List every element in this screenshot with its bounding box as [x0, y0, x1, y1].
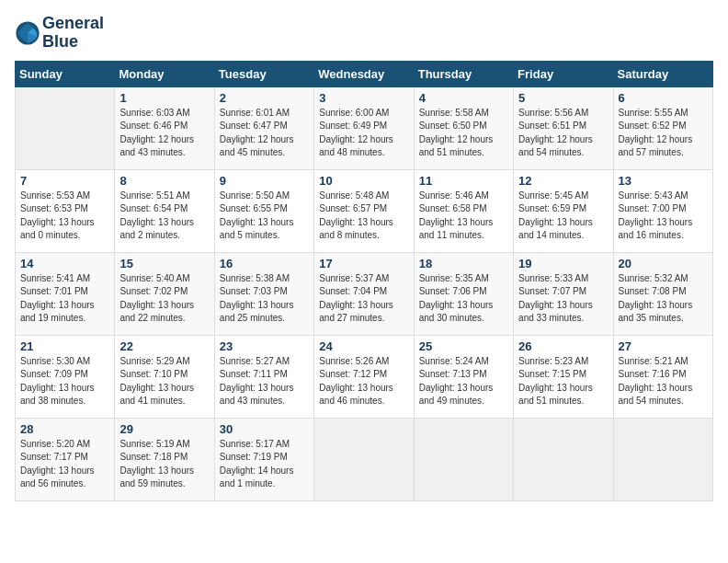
logo: General Blue	[15, 15, 104, 52]
day-number: 16	[220, 257, 309, 270]
day-number: 8	[119, 174, 209, 188]
day-info: Sunrise: 5:46 AMSunset: 6:58 PMDaylight:…	[419, 190, 508, 243]
calendar-cell: 27Sunrise: 5:21 AMSunset: 7:16 PMDayligh…	[613, 335, 712, 418]
calendar-cell: 22Sunrise: 5:29 AMSunset: 7:10 PMDayligh…	[115, 335, 214, 418]
day-number: 25	[419, 339, 508, 353]
calendar-cell	[314, 418, 414, 500]
calendar-cell: 3Sunrise: 6:00 AMSunset: 6:49 PMDaylight…	[314, 86, 414, 169]
calendar-cell: 11Sunrise: 5:46 AMSunset: 6:58 PMDayligh…	[414, 169, 513, 252]
day-number: 19	[518, 257, 608, 270]
day-info: Sunrise: 5:17 AMSunset: 7:19 PMDaylight:…	[220, 438, 309, 491]
calendar-cell: 23Sunrise: 5:27 AMSunset: 7:11 PMDayligh…	[214, 335, 313, 418]
day-info: Sunrise: 6:01 AMSunset: 6:47 PMDaylight:…	[220, 107, 309, 160]
day-info: Sunrise: 5:51 AMSunset: 6:54 PMDaylight:…	[119, 190, 209, 243]
day-info: Sunrise: 5:58 AMSunset: 6:50 PMDaylight:…	[419, 107, 508, 160]
day-info: Sunrise: 5:32 AMSunset: 7:08 PMDaylight:…	[619, 272, 708, 326]
calendar-cell: 2Sunrise: 6:01 AMSunset: 6:47 PMDaylight…	[214, 86, 313, 169]
day-number: 9	[220, 174, 309, 188]
day-info: Sunrise: 5:29 AMSunset: 7:10 PMDaylight:…	[119, 355, 209, 408]
day-number: 23	[220, 339, 309, 353]
day-info: Sunrise: 5:20 AMSunset: 7:17 PMDaylight:…	[20, 438, 109, 491]
day-number: 18	[419, 257, 508, 270]
calendar-cell: 9Sunrise: 5:50 AMSunset: 6:55 PMDaylight…	[214, 169, 313, 252]
day-number: 3	[319, 91, 408, 105]
day-number: 24	[319, 339, 408, 353]
day-number: 30	[220, 422, 309, 436]
day-info: Sunrise: 6:03 AMSunset: 6:46 PMDaylight:…	[119, 107, 209, 160]
day-info: Sunrise: 5:23 AMSunset: 7:15 PMDaylight:…	[518, 355, 608, 408]
day-info: Sunrise: 5:56 AMSunset: 6:51 PMDaylight:…	[518, 107, 608, 160]
weekday-header: Saturday	[613, 61, 712, 86]
calendar-cell: 30Sunrise: 5:17 AMSunset: 7:19 PMDayligh…	[214, 418, 313, 500]
calendar-cell: 17Sunrise: 5:37 AMSunset: 7:04 PMDayligh…	[314, 252, 414, 335]
day-info: Sunrise: 5:41 AMSunset: 7:01 PMDaylight:…	[20, 272, 109, 326]
day-number: 10	[319, 174, 408, 188]
calendar-cell: 6Sunrise: 5:55 AMSunset: 6:52 PMDaylight…	[613, 86, 712, 169]
day-info: Sunrise: 5:48 AMSunset: 6:57 PMDaylight:…	[319, 190, 408, 243]
day-number: 15	[119, 257, 209, 270]
day-number: 6	[619, 91, 708, 105]
weekday-header: Monday	[115, 61, 214, 86]
day-info: Sunrise: 5:45 AMSunset: 6:59 PMDaylight:…	[518, 190, 608, 243]
day-number: 20	[619, 257, 708, 270]
day-info: Sunrise: 5:26 AMSunset: 7:12 PMDaylight:…	[319, 355, 408, 408]
calendar-cell	[16, 86, 115, 169]
calendar-week-row: 7Sunrise: 5:53 AMSunset: 6:53 PMDaylight…	[16, 169, 713, 252]
day-number: 28	[20, 422, 109, 436]
calendar-cell: 18Sunrise: 5:35 AMSunset: 7:06 PMDayligh…	[414, 252, 513, 335]
day-info: Sunrise: 5:27 AMSunset: 7:11 PMDaylight:…	[220, 355, 309, 408]
calendar-cell: 15Sunrise: 5:40 AMSunset: 7:02 PMDayligh…	[115, 252, 214, 335]
logo-text: General Blue	[42, 15, 104, 52]
calendar-cell: 1Sunrise: 6:03 AMSunset: 6:46 PMDaylight…	[115, 86, 214, 169]
calendar-week-row: 1Sunrise: 6:03 AMSunset: 6:46 PMDaylight…	[16, 86, 713, 169]
calendar-cell: 5Sunrise: 5:56 AMSunset: 6:51 PMDaylight…	[514, 86, 613, 169]
day-info: Sunrise: 5:33 AMSunset: 7:07 PMDaylight:…	[518, 272, 608, 326]
day-info: Sunrise: 5:35 AMSunset: 7:06 PMDaylight:…	[419, 272, 508, 326]
page-header: General Blue	[15, 15, 713, 52]
day-number: 7	[20, 174, 109, 188]
day-number: 14	[20, 257, 109, 270]
calendar-cell: 25Sunrise: 5:24 AMSunset: 7:13 PMDayligh…	[414, 335, 513, 418]
calendar-cell: 14Sunrise: 5:41 AMSunset: 7:01 PMDayligh…	[16, 252, 115, 335]
day-number: 5	[518, 91, 608, 105]
calendar-cell	[613, 418, 712, 500]
calendar-cell: 7Sunrise: 5:53 AMSunset: 6:53 PMDaylight…	[16, 169, 115, 252]
day-info: Sunrise: 5:30 AMSunset: 7:09 PMDaylight:…	[20, 355, 109, 408]
day-info: Sunrise: 5:24 AMSunset: 7:13 PMDaylight:…	[419, 355, 508, 408]
day-info: Sunrise: 6:00 AMSunset: 6:49 PMDaylight:…	[319, 107, 408, 160]
day-number: 13	[619, 174, 708, 188]
weekday-header: Wednesday	[314, 61, 414, 86]
calendar-cell: 20Sunrise: 5:32 AMSunset: 7:08 PMDayligh…	[613, 252, 712, 335]
day-number: 29	[119, 422, 209, 436]
weekday-header: Thursday	[414, 61, 513, 86]
day-number: 1	[119, 91, 209, 105]
day-number: 17	[319, 257, 408, 270]
day-info: Sunrise: 5:21 AMSunset: 7:16 PMDaylight:…	[619, 355, 708, 408]
calendar-cell: 10Sunrise: 5:48 AMSunset: 6:57 PMDayligh…	[314, 169, 414, 252]
day-info: Sunrise: 5:43 AMSunset: 7:00 PMDaylight:…	[619, 190, 708, 243]
calendar-cell: 28Sunrise: 5:20 AMSunset: 7:17 PMDayligh…	[16, 418, 115, 500]
day-number: 22	[119, 339, 209, 353]
calendar-cell	[514, 418, 613, 500]
day-info: Sunrise: 5:53 AMSunset: 6:53 PMDaylight:…	[20, 190, 109, 243]
calendar-cell: 21Sunrise: 5:30 AMSunset: 7:09 PMDayligh…	[16, 335, 115, 418]
day-info: Sunrise: 5:50 AMSunset: 6:55 PMDaylight:…	[220, 190, 309, 243]
weekday-header-row: SundayMondayTuesdayWednesdayThursdayFrid…	[16, 61, 713, 86]
day-info: Sunrise: 5:38 AMSunset: 7:03 PMDaylight:…	[220, 272, 309, 326]
day-number: 27	[619, 339, 708, 353]
calendar-cell	[414, 418, 513, 500]
calendar-cell: 4Sunrise: 5:58 AMSunset: 6:50 PMDaylight…	[414, 86, 513, 169]
day-number: 4	[419, 91, 508, 105]
calendar-cell: 24Sunrise: 5:26 AMSunset: 7:12 PMDayligh…	[314, 335, 414, 418]
day-number: 21	[20, 339, 109, 353]
day-info: Sunrise: 5:19 AMSunset: 7:18 PMDaylight:…	[119, 438, 209, 491]
day-info: Sunrise: 5:40 AMSunset: 7:02 PMDaylight:…	[119, 272, 209, 326]
calendar-table: SundayMondayTuesdayWednesdayThursdayFrid…	[15, 61, 713, 501]
weekday-header: Tuesday	[214, 61, 313, 86]
day-number: 2	[220, 91, 309, 105]
logo-icon	[15, 20, 40, 46]
day-number: 11	[419, 174, 508, 188]
calendar-cell: 13Sunrise: 5:43 AMSunset: 7:00 PMDayligh…	[613, 169, 712, 252]
calendar-cell: 16Sunrise: 5:38 AMSunset: 7:03 PMDayligh…	[214, 252, 313, 335]
calendar-cell: 12Sunrise: 5:45 AMSunset: 6:59 PMDayligh…	[514, 169, 613, 252]
